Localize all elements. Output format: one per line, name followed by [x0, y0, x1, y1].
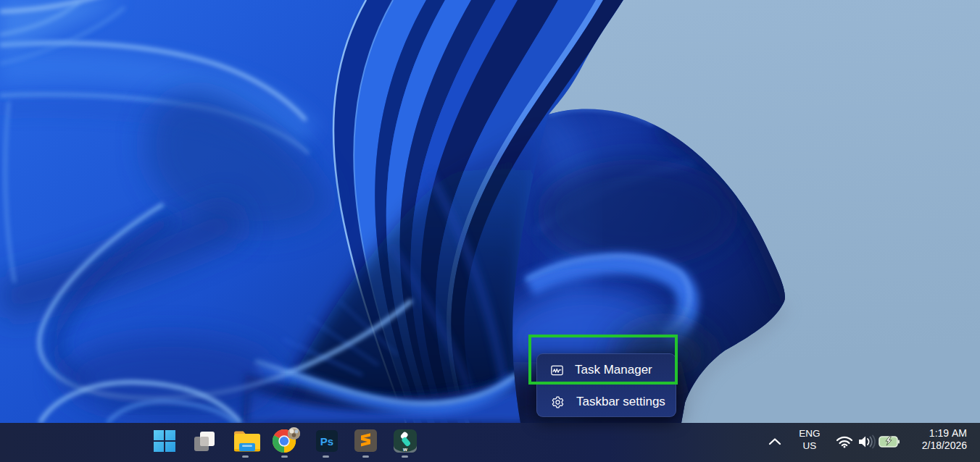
svg-text:w: w — [402, 446, 407, 453]
svg-text:Ps: Ps — [320, 435, 333, 448]
